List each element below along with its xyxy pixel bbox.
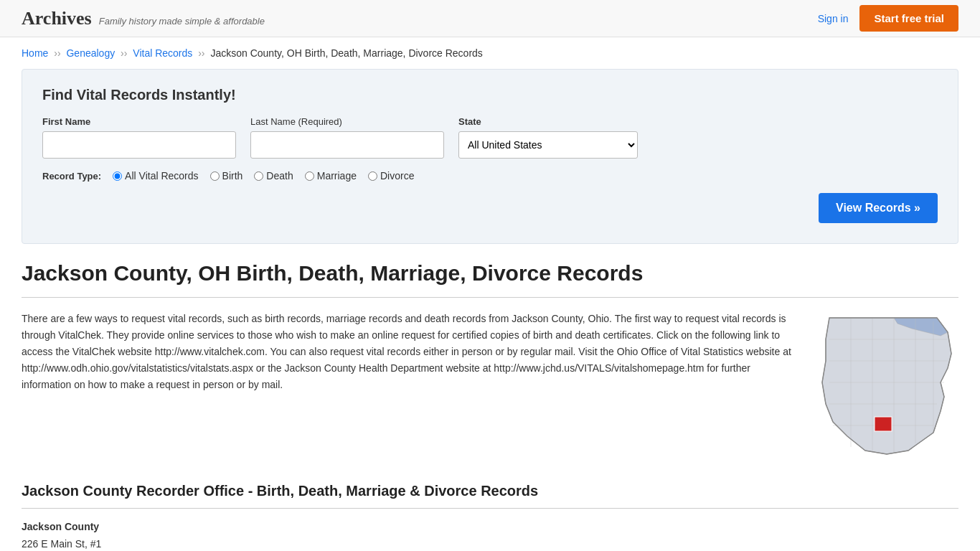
record-type-label: Record Type: bbox=[42, 171, 101, 182]
first-name-input[interactable] bbox=[42, 131, 236, 159]
main-content: Jackson County, OH Birth, Death, Marriag… bbox=[0, 261, 980, 551]
office-address1: 226 E Main St, #1 bbox=[22, 538, 101, 550]
radio-marriage[interactable]: Marriage bbox=[305, 170, 357, 182]
header-actions: Sign in Start free trial bbox=[818, 5, 958, 32]
last-name-input[interactable] bbox=[250, 131, 444, 159]
breadcrumb-current: Jackson County, OH Birth, Death, Marriag… bbox=[210, 47, 482, 59]
radio-death-input[interactable] bbox=[254, 171, 263, 181]
breadcrumb-sep2: ›› bbox=[121, 47, 130, 59]
breadcrumb-sep3: ›› bbox=[198, 47, 207, 59]
search-title: Find Vital Records Instantly! bbox=[42, 87, 938, 103]
first-name-label: First Name bbox=[42, 116, 236, 127]
site-tagline: Family history made simple & affordable bbox=[99, 16, 265, 27]
state-label: State bbox=[458, 116, 638, 127]
last-name-label: Last Name (Required) bbox=[250, 116, 444, 127]
divider1 bbox=[22, 297, 958, 298]
breadcrumb-sep1: ›› bbox=[54, 47, 63, 59]
radio-divorce-input[interactable] bbox=[368, 171, 377, 181]
search-fields: First Name Last Name (Required) State Al… bbox=[42, 116, 938, 159]
radio-birth-input[interactable] bbox=[210, 171, 220, 181]
radio-death[interactable]: Death bbox=[254, 170, 293, 182]
ohio-map-svg bbox=[815, 311, 958, 461]
content-body-text: There are a few ways to request vital re… bbox=[22, 311, 798, 461]
radio-divorce[interactable]: Divorce bbox=[368, 170, 414, 182]
site-logo: Archives bbox=[22, 8, 92, 29]
radio-birth[interactable]: Birth bbox=[210, 170, 243, 182]
first-name-group: First Name bbox=[42, 116, 236, 159]
record-type-row: Record Type: All Vital Records Birth Dea… bbox=[42, 170, 938, 182]
logo-area: Archives Family history made simple & af… bbox=[22, 8, 265, 29]
state-group: State All United States bbox=[458, 116, 638, 159]
office-info: Jackson County 226 E Main St, #1 Courtho… bbox=[22, 519, 958, 551]
office-name: Jackson County bbox=[22, 519, 958, 536]
radio-all-vital-input[interactable] bbox=[113, 171, 122, 181]
svg-rect-10 bbox=[875, 417, 892, 431]
content-section: There are a few ways to request vital re… bbox=[22, 311, 958, 461]
breadcrumb-home[interactable]: Home bbox=[22, 47, 48, 59]
start-trial-button[interactable]: Start free trial bbox=[859, 5, 958, 32]
search-box: Find Vital Records Instantly! First Name… bbox=[22, 69, 958, 244]
radio-marriage-input[interactable] bbox=[305, 171, 314, 181]
radio-all-vital[interactable]: All Vital Records bbox=[113, 170, 198, 182]
divider2 bbox=[22, 508, 958, 509]
signin-link[interactable]: Sign in bbox=[818, 13, 849, 24]
breadcrumb-vital-records[interactable]: Vital Records bbox=[133, 47, 192, 59]
state-select[interactable]: All United States bbox=[458, 131, 638, 159]
recorder-office-title: Jackson County Recorder Office - Birth, … bbox=[22, 483, 958, 499]
breadcrumb: Home ›› Genealogy ›› Vital Records ›› Ja… bbox=[0, 37, 980, 69]
ohio-map bbox=[815, 311, 958, 461]
search-footer: View Records » bbox=[42, 193, 938, 223]
site-header: Archives Family history made simple & af… bbox=[0, 0, 980, 37]
last-name-group: Last Name (Required) bbox=[250, 116, 444, 159]
breadcrumb-genealogy[interactable]: Genealogy bbox=[66, 47, 115, 59]
view-records-button[interactable]: View Records » bbox=[819, 193, 938, 223]
page-title: Jackson County, OH Birth, Death, Marriag… bbox=[22, 261, 958, 286]
